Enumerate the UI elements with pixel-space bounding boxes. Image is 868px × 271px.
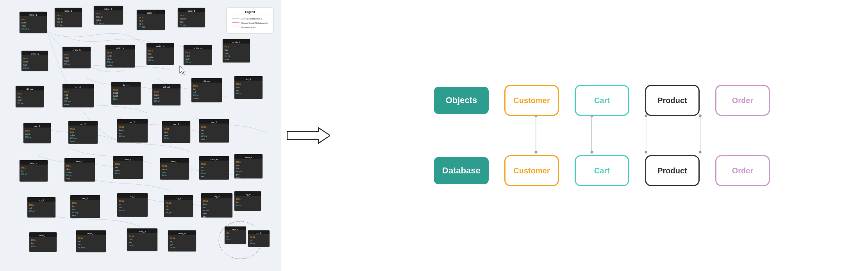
svg-text:code: code	[164, 131, 168, 133]
svg-text:PK id: PK id	[180, 14, 184, 17]
svg-text:FK usr: FK usr	[203, 209, 209, 212]
cart-bottom-entity: Cart	[575, 155, 629, 186]
svg-text:item_d: item_d	[171, 160, 178, 162]
svg-text:notes: notes	[225, 58, 230, 61]
svg-text:PK id: PK id	[148, 50, 153, 52]
svg-text:table_1: table_1	[29, 14, 37, 16]
svg-text:table_3: table_3	[104, 8, 112, 10]
svg-text:FK pr: FK pr	[227, 238, 232, 241]
svg-text:name: name	[21, 21, 27, 24]
svg-text:PK id: PK id	[18, 93, 22, 95]
svg-text:grp_b: grp_b	[256, 232, 261, 234]
customer-top-entity: Customer	[504, 85, 559, 116]
svg-text:FK par: FK par	[25, 136, 31, 138]
svg-text:rec_4: rec_4	[173, 123, 179, 125]
svg-text:PK id: PK id	[201, 163, 206, 165]
svg-text:ref: ref	[78, 243, 80, 246]
svg-text:label: label	[64, 60, 69, 62]
svg-marker-338	[287, 128, 330, 143]
svg-text:tax: tax	[201, 175, 204, 178]
svg-text:desc: desc	[72, 214, 77, 217]
arrow-container	[281, 0, 336, 271]
svg-text:sort: sort	[119, 132, 123, 134]
svg-text:pos: pos	[201, 129, 205, 131]
order-top-entity: Order	[715, 85, 770, 116]
svg-text:flag: flag	[66, 177, 70, 180]
svg-text:FK ref_id: FK ref_id	[21, 28, 30, 30]
svg-text:item_a: item_a	[30, 162, 38, 164]
svg-text:rec_2: rec_2	[80, 123, 86, 125]
svg-text:map_4: map_4	[179, 232, 186, 235]
svg-text:ord: ord	[129, 238, 132, 241]
svg-text:nm: nm	[227, 235, 229, 237]
svg-text:item_f: item_f	[245, 156, 252, 159]
svg-text:Strong Detail Relationship: Strong Detail Relationship	[241, 22, 268, 24]
svg-text:entity_d: entity_d	[156, 45, 164, 47]
svg-text:entity_e: entity_e	[193, 47, 202, 49]
svg-text:obj_5: obj_5	[214, 195, 220, 198]
svg-text:bits: bits	[236, 201, 239, 203]
svg-text:FK link: FK link	[18, 102, 24, 104]
svg-text:FK item: FK item	[64, 100, 71, 102]
cart-top-entity: Cart	[575, 85, 629, 116]
svg-text:FK src: FK src	[236, 92, 242, 94]
svg-text:qty: qty	[115, 166, 118, 168]
svg-text:name: name	[23, 61, 29, 63]
product-top-entity: Product	[645, 85, 700, 116]
simplified-diagram: Objects Customer Cart Product Order Data…	[434, 85, 770, 186]
svg-text:FK tbl: FK tbl	[162, 174, 167, 177]
svg-text:price: price	[115, 169, 120, 171]
svg-text:attr2: attr2	[18, 99, 21, 101]
database-label: Database	[434, 157, 489, 184]
svg-text:PK id: PK id	[119, 126, 124, 128]
svg-text:FK ord: FK ord	[201, 172, 207, 175]
svg-text:PK id: PK id	[31, 239, 36, 241]
database-row: Database Customer Cart Product Order	[434, 155, 770, 186]
svg-text:PK id: PK id	[66, 165, 71, 167]
svg-text:grp: grp	[170, 243, 173, 246]
svg-text:PK id: PK id	[70, 128, 75, 130]
svg-text:FK cls: FK cls	[129, 244, 134, 247]
svg-text:PK id: PK id	[107, 52, 112, 54]
svg-text:table_5: table_5	[188, 10, 195, 12]
svg-text:status: status	[66, 171, 72, 173]
svg-text:data_col: data_col	[96, 16, 103, 18]
svg-text:cls: cls	[166, 205, 169, 207]
svg-text:item_b: item_b	[76, 160, 84, 162]
svg-text:PK id: PK id	[186, 52, 190, 54]
svg-text:FK ref: FK ref	[29, 210, 35, 212]
svg-text:data: data	[66, 168, 70, 170]
svg-text:cur: cur	[201, 169, 204, 171]
svg-text:extra: extra	[64, 103, 69, 105]
svg-text:Legend: Legend	[245, 11, 255, 14]
diagram-svg: table_1 PK id name value FK ref_id table…	[0, 0, 281, 271]
svg-text:PK id: PK id	[23, 57, 28, 60]
svg-text:name: name	[25, 133, 30, 135]
svg-text:obj_3: obj_3	[130, 195, 136, 198]
svg-text:value: value	[21, 25, 26, 27]
svg-text:type: type	[162, 171, 166, 173]
svg-text:label: label	[119, 129, 123, 131]
svg-text:FK item: FK item	[70, 137, 77, 139]
svg-text:entity_f: entity_f	[232, 41, 240, 43]
svg-text:FK src: FK src	[148, 59, 154, 61]
svg-text:PK id: PK id	[236, 83, 241, 85]
svg-text:PK id: PK id	[201, 126, 206, 128]
svg-text:PK id: PK id	[236, 161, 241, 163]
svg-text:col1: col1	[64, 94, 68, 96]
svg-text:prop1: prop1	[154, 94, 159, 96]
svg-text:rank: rank	[203, 212, 207, 215]
svg-text:tier: tier	[203, 206, 206, 209]
svg-text:key: key	[31, 242, 34, 244]
svg-text:rec_1: rec_1	[34, 125, 40, 127]
svg-text:rank: rank	[186, 58, 189, 60]
svg-text:FK cat: FK cat	[119, 135, 125, 137]
svg-text:field_a: field_a	[57, 18, 63, 20]
svg-text:code: code	[107, 55, 112, 57]
svg-text:tag: tag	[193, 88, 196, 90]
svg-text:title: title	[148, 53, 152, 55]
svg-text:PK id: PK id	[129, 235, 134, 237]
svg-text:val: val	[193, 91, 196, 93]
svg-text:seq: seq	[201, 132, 204, 134]
svg-text:FK tbl: FK tbl	[164, 137, 169, 139]
